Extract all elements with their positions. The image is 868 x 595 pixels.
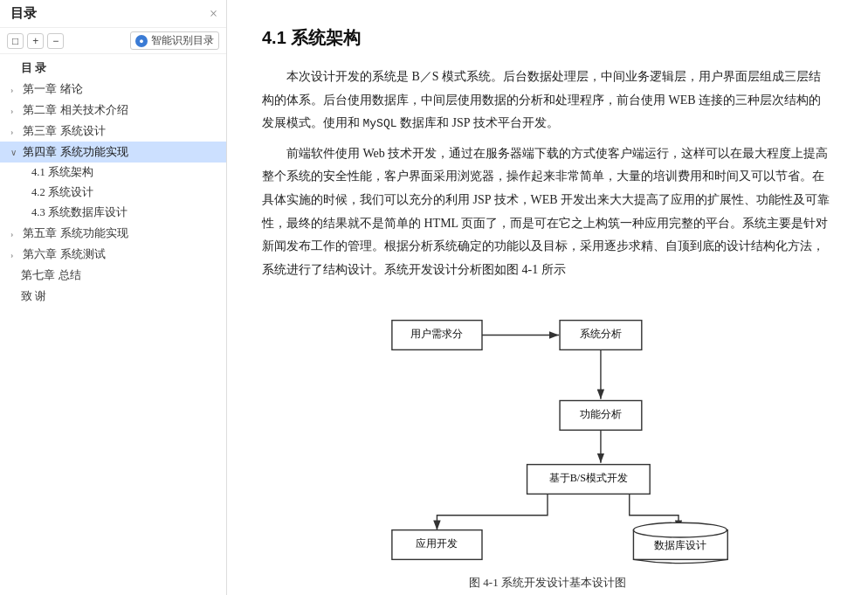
acknowledgement-label: 致 谢 <box>21 288 46 304</box>
toc-item-header[interactable]: 目 录 <box>0 58 226 79</box>
chapter3-num: 第三章 <box>23 123 57 139</box>
smart-toc-label: 智能识别目录 <box>151 33 214 48</box>
sidebar-item-acknowledgement[interactable]: 致 谢 <box>0 286 226 307</box>
smart-toc-button[interactable]: ● 智能识别目录 <box>130 31 219 50</box>
arrow-icon: › <box>10 106 23 115</box>
sidebar-item-chapter2[interactable]: › 第二章 相关技术介绍 <box>0 100 226 121</box>
arrow-icon: ∨ <box>10 148 23 157</box>
chapter7-label: 总结 <box>59 267 81 283</box>
close-icon[interactable]: × <box>210 6 217 22</box>
node-db-design-label: 数据库设计 <box>654 540 706 552</box>
node-app-dev-label: 应用开发 <box>416 538 458 550</box>
chapter5-num: 第五章 <box>23 225 57 241</box>
chapter1-num: 第一章 <box>23 81 57 97</box>
chapter5-label: 系统功能实现 <box>60 225 128 241</box>
main-content: 4.1 系统架构 本次设计开发的系统是 B／S 模式系统。后台数据处理层，中间业… <box>227 0 868 595</box>
sidebar-item-chapter4[interactable]: ∨ 第四章 系统功能实现 <box>0 142 226 163</box>
chapter4-label: 系统功能实现 <box>60 144 128 160</box>
chapter7-num: 第七章 <box>21 267 55 283</box>
sidebar-item-chapter3[interactable]: › 第三章 系统设计 <box>0 121 226 142</box>
expand-button[interactable]: + <box>27 33 44 49</box>
sidebar-item-chapter5[interactable]: › 第五章 系统功能实现 <box>0 223 226 244</box>
inline-code-mysql: MySQL <box>363 117 397 130</box>
collapse-button[interactable]: □ <box>7 33 24 49</box>
node-bs-dev-label: 基于B/S模式开发 <box>549 473 628 485</box>
sidebar-item-section4-2[interactable]: 4.2 系统设计 <box>0 183 226 203</box>
flowchart-container: 用户需求分 系统分析 功能分析 基于B/S模式开发 应用开发 <box>262 302 833 591</box>
chapter3-label: 系统设计 <box>60 123 106 139</box>
sidebar-item-section4-1[interactable]: 4.1 系统架构 <box>0 163 226 183</box>
section-title: 4.1 系统架构 <box>262 26 833 50</box>
paragraph-2: 前端软件使用 Web 技术开发，通过在服务器端下载的方式使客户端运行，这样可以在… <box>262 142 833 282</box>
chapter2-num: 第二章 <box>23 102 57 118</box>
arrow-icon: › <box>10 127 23 136</box>
chapter4-num: 第四章 <box>23 144 57 160</box>
chapter6-num: 第六章 <box>23 246 57 262</box>
collapse-all-button[interactable]: − <box>47 33 64 49</box>
sidebar-item-chapter7[interactable]: 第七章 总结 <box>0 265 226 286</box>
section4-2-label: 4.2 系统设计 <box>31 185 93 200</box>
toc-list: 目 录 › 第一章 绪论 › 第二章 相关技术介绍 › 第三章 系统设计 ∨ 第… <box>0 54 226 595</box>
flowchart-svg: 用户需求分 系统分析 功能分析 基于B/S模式开发 应用开发 <box>338 302 757 564</box>
sidebar-title: 目录 <box>10 5 37 22</box>
node-func-analysis-label: 功能分析 <box>580 409 622 421</box>
node-user-req-label: 用户需求分 <box>410 329 463 341</box>
sidebar: 目录 × □ + − ● 智能识别目录 目 录 › 第一章 绪论 › 第二章 相… <box>0 0 227 595</box>
arrow-4 <box>437 495 548 530</box>
node-db-design-top <box>633 523 727 538</box>
chapter2-label: 相关技术介绍 <box>60 102 128 118</box>
smart-icon: ● <box>135 35 148 47</box>
toc-header-label: 目 录 <box>21 60 46 76</box>
arrow-icon: › <box>10 85 23 94</box>
arrow-icon: › <box>10 250 23 259</box>
section4-3-label: 4.3 系统数据库设计 <box>31 205 127 220</box>
chapter6-label: 系统测试 <box>60 246 106 262</box>
sidebar-item-section4-3[interactable]: 4.3 系统数据库设计 <box>0 203 226 223</box>
flowchart-caption: 图 4-1 系统开发设计基本设计图 <box>469 575 626 591</box>
paragraph-1: 本次设计开发的系统是 B／S 模式系统。后台数据处理层，中间业务逻辑层，用户界面… <box>262 66 833 135</box>
chapter1-label: 绪论 <box>60 81 83 97</box>
section4-1-label: 4.1 系统架构 <box>31 165 93 180</box>
sidebar-toolbar: □ + − ● 智能识别目录 <box>0 28 226 54</box>
sidebar-item-chapter1[interactable]: › 第一章 绪论 <box>0 79 226 100</box>
sidebar-header: 目录 × <box>0 0 226 28</box>
arrow-icon: › <box>10 229 23 239</box>
sidebar-item-chapter6[interactable]: › 第六章 系统测试 <box>0 244 226 265</box>
node-sys-analysis-label: 系统分析 <box>580 329 622 341</box>
